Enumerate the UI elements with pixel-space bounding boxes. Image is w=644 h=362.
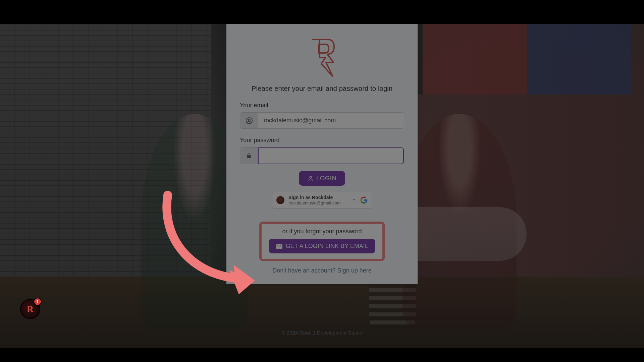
google-signin-chip[interactable]: Sign in as Rockdale rockdalemusic@gmail.… <box>272 192 372 208</box>
get-login-link-label: GET A LOGIN LINK BY EMAIL <box>286 243 368 250</box>
svg-point-1 <box>248 119 250 121</box>
svg-point-0 <box>246 117 252 123</box>
svg-point-2 <box>310 176 312 178</box>
user-icon <box>240 113 258 128</box>
chevron-down-icon <box>352 197 356 203</box>
forgot-password-highlight: or if you forgot your password GET A LOG… <box>259 222 385 261</box>
lock-icon <box>240 147 258 164</box>
corner-brand-badge[interactable]: R 1 <box>20 299 40 319</box>
password-input[interactable] <box>258 147 404 164</box>
get-login-link-button[interactable]: GET A LOGIN LINK BY EMAIL <box>269 239 375 253</box>
footer-copyright: © 2024 Opus 1 Development Studio <box>282 330 362 336</box>
login-button[interactable]: LOGIN <box>299 171 345 186</box>
google-account-avatar <box>276 196 284 204</box>
brand-logo <box>308 38 336 78</box>
forgot-password-text: or if you forgot your password <box>266 228 378 235</box>
notification-count-badge: 1 <box>34 298 42 306</box>
google-signin-line1: Sign in as Rockdale <box>288 195 350 200</box>
password-input-row <box>240 147 404 164</box>
login-prompt: Please enter your email and password to … <box>240 84 404 93</box>
email-label: Your email <box>240 102 404 109</box>
password-label: Your password <box>240 137 404 144</box>
google-signin-line2: rockdalemusic@gmail.com <box>288 200 350 206</box>
google-logo-icon <box>360 196 368 204</box>
login-card: Please enter your email and password to … <box>226 24 418 284</box>
login-button-label: LOGIN <box>316 175 336 182</box>
email-input-row <box>240 112 404 129</box>
signup-link[interactable]: Don't have an account? Sign up here <box>240 267 404 274</box>
corner-badge-letter: R <box>27 304 34 314</box>
email-input[interactable] <box>258 113 404 128</box>
divider <box>240 216 404 216</box>
